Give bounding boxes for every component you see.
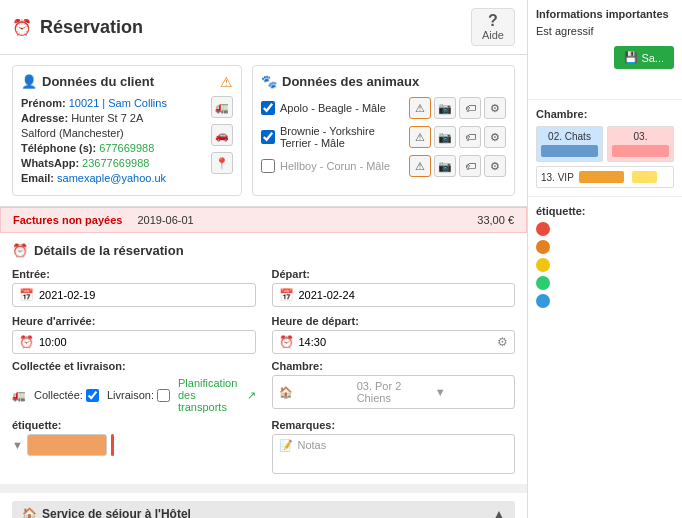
save-button[interactable]: 💾 Sa... <box>614 46 674 69</box>
depart-label: Départ: <box>272 268 516 280</box>
animal-gear-icon-1[interactable]: ⚙ <box>484 97 506 119</box>
right-panel: Informations importantes Est agressif 💾 … <box>527 0 682 518</box>
etiquette-dot-red[interactable] <box>536 222 550 236</box>
etiquette-form-label: étiquette: <box>12 419 256 431</box>
animal-icons-3: ⚠ 📷 🏷 ⚙ <box>409 155 506 177</box>
animal-tag-icon-2[interactable]: 🏷 <box>459 126 481 148</box>
etiquette-dropdown-arrow[interactable]: ▼ <box>12 439 23 451</box>
etiquette-dot-orange[interactable] <box>536 240 550 254</box>
animal-row-2: Brownie - Yorkshire Terrier - Mâle ⚠ 📷 🏷… <box>261 125 506 149</box>
chambre-placeholder: 03. Por 2 Chiens <box>357 380 430 404</box>
animal-icons-2: ⚠ 📷 🏷 ⚙ <box>409 126 506 148</box>
animal-row-1: Apolo - Beagle - Mâle ⚠ 📷 🏷 ⚙ <box>261 97 506 119</box>
chambre-vip-bar-orange <box>579 171 624 183</box>
heure-arrivee-input[interactable] <box>39 336 249 348</box>
aide-label: Aide <box>482 29 504 41</box>
animal-warning-icon-3[interactable]: ⚠ <box>409 155 431 177</box>
heure-arrivee-label: Heure d'arrivée: <box>12 315 256 327</box>
important-info-title: Informations importantes <box>536 8 674 20</box>
planification-text: Planification des transports <box>178 377 245 413</box>
chambre-cell-03: 03. <box>607 126 674 162</box>
invoice-date: 2019-06-01 <box>137 214 193 226</box>
animal-camera-icon-1[interactable]: 📷 <box>434 97 456 119</box>
entree-input-wrapper: 📅 <box>12 283 256 307</box>
chambre-chats-bar <box>541 145 598 157</box>
chambre-vip-label: 13. VIP <box>541 172 574 183</box>
animal-camera-icon-2[interactable]: 📷 <box>434 126 456 148</box>
etiquette-red-indicator <box>111 434 114 456</box>
collectee-group: Collectée et livraison: 🚛 Collectée: Liv… <box>12 360 256 413</box>
services-title: 🏠 Service de séjour à l'Hôtel <box>22 507 191 518</box>
animal-checkbox-3[interactable] <box>261 159 275 173</box>
invoice-amount: 33,00 € <box>477 214 514 226</box>
question-icon: ? <box>488 13 498 29</box>
heure-depart-input[interactable] <box>299 336 493 348</box>
chambre-vip-bar-yellow <box>632 171 657 183</box>
remarques-placeholder: Notas <box>298 439 327 451</box>
depart-input[interactable] <box>299 289 509 301</box>
entree-input[interactable] <box>39 289 249 301</box>
animal-gear-icon-3[interactable]: ⚙ <box>484 155 506 177</box>
etiquette-dot-blue[interactable] <box>536 294 550 308</box>
animal-name-2: Brownie - Yorkshire Terrier - Mâle <box>280 125 404 149</box>
agressif-section: Est agressif 💾 Sa... <box>536 25 674 37</box>
animal-name-3: Hellboy - Corun - Mâle <box>280 160 404 172</box>
animal-camera-icon-3[interactable]: 📷 <box>434 155 456 177</box>
right-chambre-panel: Chambre: 02. Chats 03. 13. VIP <box>528 100 682 197</box>
collecte-row: 🚛 Collectée: Livraison: Planification de… <box>12 377 256 413</box>
collectee-checkbox[interactable] <box>86 389 99 402</box>
heure-arrivee-group: Heure d'arrivée: ⏰ <box>12 315 256 354</box>
animal-tag-icon-3[interactable]: 🏷 <box>459 155 481 177</box>
top-section: 👤 Données du client ⚠ Prénom: 10021 | Sa… <box>0 55 527 207</box>
client-car-icon[interactable]: 🚗 <box>211 124 233 146</box>
settings-icon-depart[interactable]: ⚙ <box>497 335 508 349</box>
clock-icon-arrivee: ⏰ <box>19 335 34 349</box>
chambre-input-wrapper: 🏠 03. Por 2 Chiens ▼ <box>272 375 516 409</box>
paw-icon: 🐾 <box>261 74 277 89</box>
animal-warning-icon-2[interactable]: ⚠ <box>409 126 431 148</box>
client-adresse: Adresse: Hunter St 7 2A <box>21 112 233 124</box>
chambre-03-label: 03. <box>634 131 648 142</box>
animal-tag-icon-1[interactable]: 🏷 <box>459 97 481 119</box>
client-city: Salford (Manchester) <box>21 127 233 139</box>
animal-icons-1: ⚠ 📷 🏷 ⚙ <box>409 97 506 119</box>
animal-name-1: Apolo - Beagle - Mâle <box>280 102 404 114</box>
external-link-icon: ↗ <box>247 389 256 402</box>
client-truck-icon[interactable]: 🚛 <box>211 96 233 118</box>
right-etiquette-panel: étiquette: <box>528 197 682 316</box>
client-prenom: Prénom: 10021 | Sam Collins <box>21 97 233 109</box>
truck-icon-collecte: 🚛 <box>12 389 26 402</box>
services-header: 🏠 Service de séjour à l'Hôtel ▲ <box>12 501 515 518</box>
client-location-icon[interactable]: 📍 <box>211 152 233 174</box>
chambre-cell-chats: 02. Chats <box>536 126 603 162</box>
client-section-title: 👤 Données du client <box>21 74 233 89</box>
client-section: 👤 Données du client ⚠ Prénom: 10021 | Sa… <box>12 65 242 196</box>
etiquette-panel-title: étiquette: <box>536 205 674 217</box>
etiquette-color-picker[interactable] <box>27 434 107 456</box>
agressif-label: Est agressif <box>536 25 674 37</box>
etiquette-dot-yellow[interactable] <box>536 258 550 272</box>
animals-section-title: 🐾 Données des animaux <box>261 74 506 89</box>
page-header: ⏰ Réservation ? Aide <box>0 0 527 55</box>
services-toggle[interactable]: ▲ <box>493 507 505 518</box>
entree-group: Entrée: 📅 <box>12 268 256 307</box>
chambre-vip-cell: 13. VIP <box>536 166 674 188</box>
collectee-label: Collectée et livraison: <box>12 360 256 372</box>
heure-arrivee-input-wrapper: ⏰ <box>12 330 256 354</box>
livraison-checkbox[interactable] <box>157 389 170 402</box>
chambre-dropdown-arrow[interactable]: ▼ <box>435 386 508 398</box>
etiquette-dots-list <box>536 222 674 308</box>
depart-group: Départ: 📅 <box>272 268 516 307</box>
reservation-details: ⏰ Détails de la réservation Entrée: 📅 Dé… <box>0 233 527 485</box>
etiquette-dot-green[interactable] <box>536 276 550 290</box>
aide-button[interactable]: ? Aide <box>471 8 515 46</box>
chambre-03-bar <box>612 145 669 157</box>
animal-checkbox-2[interactable] <box>261 130 275 144</box>
warning-icon: ⚠ <box>220 74 233 90</box>
planification-link[interactable]: Planification des transports ↗ <box>178 377 256 413</box>
animal-gear-icon-2[interactable]: ⚙ <box>484 126 506 148</box>
animal-row-3: Hellboy - Corun - Mâle ⚠ 📷 🏷 ⚙ <box>261 155 506 177</box>
animal-warning-icon-1[interactable]: ⚠ <box>409 97 431 119</box>
animal-checkbox-1[interactable] <box>261 101 275 115</box>
remarques-label: Remarques: <box>272 419 516 431</box>
